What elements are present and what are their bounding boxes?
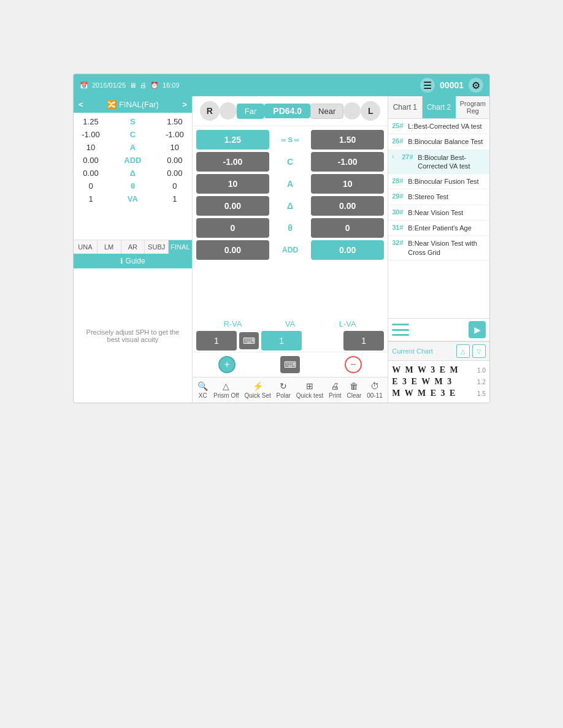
test-item-28[interactable]: 28# B:Binocular Fusion Test (388, 174, 489, 189)
keyboard-button[interactable]: ⌨ (280, 356, 300, 373)
play-button[interactable]: ▶ (469, 321, 486, 338)
c-row: -1.00 C -1.00 (196, 152, 384, 172)
test-item-30[interactable]: 30# B:Near Vision Test (388, 205, 489, 221)
s-right: 1.50 (163, 117, 187, 126)
delta-right-input[interactable]: 0.00 (311, 196, 384, 216)
subtract-button[interactable]: − (345, 356, 362, 373)
test-num-27: 27# (402, 153, 415, 161)
quick-test-label: Quick test (296, 392, 323, 399)
add-center-label: ADD (272, 246, 308, 254)
print-icon: 🖨 (331, 381, 339, 391)
add-button[interactable]: + (218, 356, 236, 373)
final-title: 🔀 FINAL(Far) (107, 100, 159, 109)
data-row: 1.25 S 1.50 (76, 115, 190, 128)
tab-row: UNA LM AR SUBJ FINAL (74, 240, 192, 254)
data-row: 0 θ 0 (76, 180, 190, 192)
test-item-29[interactable]: 29# B:Stereo Test (388, 189, 489, 205)
test-num-29: 29# (392, 192, 405, 200)
xc-button[interactable]: 🔍 XC (197, 381, 208, 399)
r-button[interactable]: R (200, 101, 220, 121)
add-right-input[interactable]: 0.00 (311, 240, 384, 260)
tab-lm[interactable]: LM (98, 240, 121, 254)
lva-input[interactable]: 1 (343, 331, 384, 351)
delta-center-label: Δ (272, 201, 308, 211)
settings-button[interactable]: ⚙ (469, 78, 483, 93)
a-right: 10 (163, 143, 187, 152)
a-left-input[interactable]: 10 (196, 174, 269, 194)
guide-text: Precisely adjust SPH to get the best vis… (80, 328, 186, 343)
time-icon: ⏱ (370, 381, 379, 391)
tab-ar[interactable]: AR (121, 240, 145, 254)
bottom-toolbar: 🔍 XC △ Prism Off ⚡ Quick Set ↻ Polar ⊞ (193, 377, 388, 403)
c-right-input[interactable]: -1.00 (311, 152, 384, 172)
test-item-26[interactable]: 26# B:Binocular Balance Test (388, 134, 489, 150)
test-item-27[interactable]: › 27# B:Biocular Best-Corrected VA test (388, 150, 489, 175)
c-left-input[interactable]: -1.00 (196, 152, 269, 172)
nav-up-button[interactable]: △ (456, 344, 470, 358)
va-center-input[interactable]: 1 (261, 331, 302, 351)
test-item-31[interactable]: 31# B:Enter Patient's Age (388, 221, 489, 236)
s-left-input[interactable]: 1.25 (196, 130, 269, 150)
xc-label: XC (199, 392, 207, 399)
time-button[interactable]: ⏱ 00-11 (367, 381, 383, 399)
test-num-26: 26# (392, 137, 405, 145)
delta-left: 0.00 (79, 169, 103, 178)
quick-test-button[interactable]: ⊞ Quick test (296, 381, 323, 399)
s-right-input[interactable]: 1.50 (311, 130, 384, 150)
tab-una[interactable]: UNA (74, 240, 98, 254)
guide-button[interactable]: ℹ Guide (74, 254, 192, 268)
theta-right: 0 (163, 181, 187, 191)
rva-input[interactable]: 1 (196, 331, 237, 351)
l-button[interactable]: L (361, 101, 380, 121)
test-name-26: B:Binocular Balance Test (408, 137, 483, 146)
test-num-25: 25# (392, 122, 405, 129)
clear-button[interactable]: 🗑 Clear (347, 381, 361, 399)
va-input-row: 1 ⌨ 1 1 (193, 330, 388, 352)
left-panel: < 🔀 FINAL(Far) > 1.25 S 1.50 -1.00 C -1.… (74, 96, 193, 403)
rl-bar: R Far PD64.0 Near L (193, 96, 388, 126)
program-tab[interactable]: ProgramReg (456, 96, 489, 118)
test-num-31: 31# (392, 224, 405, 231)
test-item-25[interactable]: 25# L:Best-Corrected VA test (388, 119, 489, 134)
prev-arrow[interactable]: < (79, 100, 83, 109)
print-button[interactable]: 🖨 Print (329, 381, 342, 399)
chart-size-2: 1.2 (473, 379, 486, 385)
add-left-input[interactable]: 0.00 (196, 240, 269, 260)
patient-id: 00001 (440, 80, 464, 90)
prism-label: Prism Off (213, 392, 239, 399)
next-arrow[interactable]: > (182, 100, 187, 109)
theta-right-input[interactable]: 0 (311, 218, 384, 238)
hamburger-button[interactable] (392, 324, 409, 336)
theta-row: 0 θ 0 (196, 218, 384, 238)
r-circle (220, 102, 237, 119)
pd-display: PD64.0 (264, 104, 310, 118)
test-item-32[interactable]: 32# B:Near Vision Test with Cross Grid (388, 236, 489, 260)
tab-final[interactable]: FINAL (169, 240, 192, 254)
delta-left-input[interactable]: 0.00 (196, 196, 269, 216)
menu-button[interactable]: ☰ (420, 78, 435, 93)
test-name-30: B:Near Vision Test (408, 208, 463, 217)
theta-center-label: θ (272, 223, 308, 233)
tab-subj[interactable]: SUBJ (145, 240, 169, 254)
printer-icon: 🖨 (140, 82, 147, 89)
nav-down-button[interactable]: ▽ (472, 344, 486, 358)
a-left: 10 (79, 143, 103, 152)
polar-button[interactable]: ↻ Polar (277, 381, 291, 399)
a-right-input[interactable]: 10 (311, 174, 384, 194)
va-left: 1 (79, 194, 103, 203)
c-right: -1.00 (163, 130, 187, 139)
chart2-tab[interactable]: Chart 2 (423, 96, 456, 118)
monitor-icon: 🖥 (129, 82, 136, 89)
add-row: 0.00 ADD 0.00 (196, 240, 384, 260)
near-button[interactable]: Near (310, 104, 343, 119)
chart1-tab[interactable]: Chart 1 (388, 96, 422, 118)
quick-set-button[interactable]: ⚡ Quick Set (244, 381, 270, 399)
link-icon: ∞ S ∞ (272, 136, 308, 143)
quick-set-icon: ⚡ (253, 381, 263, 391)
theta-left-input[interactable]: 0 (196, 218, 269, 238)
clock-icon: ⏰ (150, 82, 159, 89)
keyboard-icon[interactable]: ⌨ (239, 332, 259, 349)
chart-display: W M W 3 E M 1.0 E 3 E W M 3 1.2 M W M E … (388, 361, 489, 403)
prism-off-button[interactable]: △ Prism Off (213, 381, 239, 399)
far-button[interactable]: Far (237, 104, 265, 119)
